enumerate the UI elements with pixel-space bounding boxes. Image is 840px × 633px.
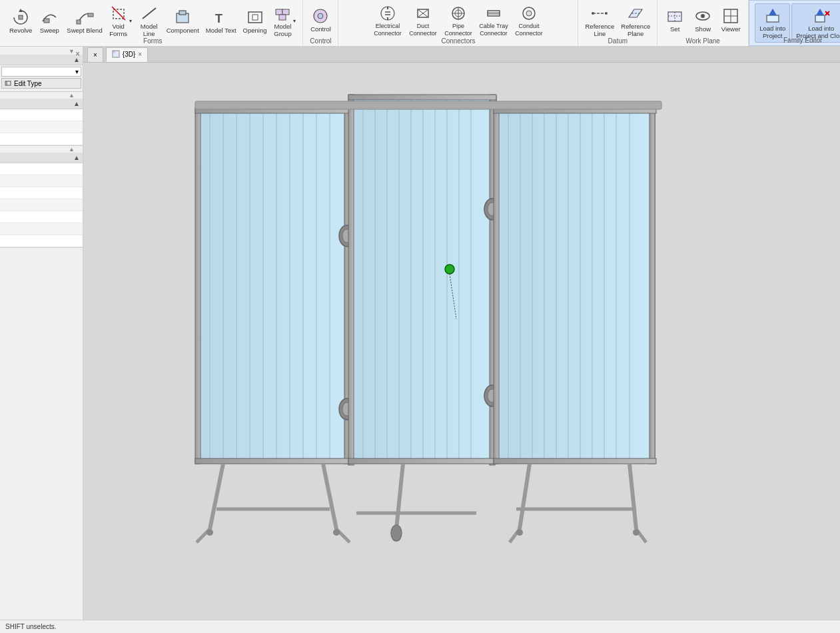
svg-rect-4 xyxy=(88,13,93,17)
svg-rect-87 xyxy=(348,95,354,465)
svg-rect-108 xyxy=(649,108,655,464)
control-button[interactable]: Control xyxy=(307,5,334,34)
toolbar-group-family-editor: Load intoProject Load intoProject and Cl… xyxy=(749,0,840,46)
panel-rows-section1: ▲ xyxy=(0,99,83,146)
toolbar-group-forms: Revolve Sweep xyxy=(3,0,303,46)
reference-plane-button[interactable]: ReferencePlane xyxy=(618,3,653,39)
panel-row-5 xyxy=(0,175,83,187)
svg-line-121 xyxy=(520,464,530,529)
tab-close-all[interactable]: × xyxy=(87,47,103,62)
model-group-icon xyxy=(273,4,292,23)
duct-connector-button[interactable]: DuctConnector xyxy=(406,3,440,39)
viewport: × {3D} × xyxy=(83,47,840,620)
swept-blend-label: Swept Blend xyxy=(67,27,102,34)
panel-rows-arrow1[interactable]: ▲ xyxy=(73,100,80,107)
void-forms-button[interactable]: VoidForms ▾ xyxy=(107,3,135,39)
svg-point-123 xyxy=(516,529,523,536)
reference-line-button[interactable]: ReferenceLine xyxy=(582,3,617,39)
svg-line-6 xyxy=(112,7,125,20)
control-group-label: Control xyxy=(310,37,331,45)
set-button[interactable]: Set xyxy=(661,5,688,34)
show-icon xyxy=(693,7,712,25)
model-line-button[interactable]: ModelLine xyxy=(136,3,163,39)
main-toolbar: Revolve Sweep xyxy=(0,0,840,47)
svg-rect-110 xyxy=(494,458,656,464)
swept-blend-icon xyxy=(75,8,94,27)
electrical-connector-button[interactable]: ElectricalConnector xyxy=(370,3,405,39)
load-into-project-label: Load intoProject xyxy=(759,25,785,40)
properties-content: ▾ Edit Type xyxy=(0,65,83,91)
reference-plane-label: ReferencePlane xyxy=(621,23,650,38)
control-label: Control xyxy=(310,25,331,33)
viewer-label: Viewer xyxy=(721,25,741,33)
edit-type-button[interactable]: Edit Type xyxy=(1,78,81,89)
cable-tray-connector-button[interactable]: Cable TrayConnector xyxy=(476,3,511,39)
panel-rows-section2: ▲ xyxy=(0,153,83,248)
type-selector-row: ▾ xyxy=(1,67,81,77)
svg-marker-50 xyxy=(816,9,824,15)
svg-rect-30 xyxy=(488,11,500,16)
panel-scroll-mid2: ▲ xyxy=(0,146,83,153)
model-text-icon: T xyxy=(212,8,230,27)
edit-type-icon xyxy=(5,79,13,87)
properties-section: ▲ ▾ Edit Type xyxy=(0,55,83,92)
revolve-icon xyxy=(11,8,30,27)
model-group-button[interactable]: ModelGroup ▾ xyxy=(270,3,298,39)
component-button[interactable]: Component xyxy=(164,7,202,35)
svg-point-34 xyxy=(526,11,532,16)
work-plane-group-label: Work Plane xyxy=(685,37,720,45)
model-text-button[interactable]: T Model Text xyxy=(203,7,239,35)
svg-line-111 xyxy=(210,464,223,529)
svg-rect-13 xyxy=(276,9,282,15)
electrical-connector-icon xyxy=(378,4,397,23)
panel-scroll-mid1: ▲ xyxy=(0,92,83,99)
close-all-icon: × xyxy=(93,51,97,59)
svg-rect-49 xyxy=(815,15,825,22)
main-area: × ▼ ▲ ▾ xyxy=(0,47,840,620)
viewport-tab-bar: × {3D} × xyxy=(83,47,840,63)
toolbar-group-work-plane: Set Show Vi xyxy=(657,0,749,46)
viewport-canvas[interactable] xyxy=(83,63,840,620)
revolve-button[interactable]: Revolve xyxy=(7,7,35,35)
panel-row-2 xyxy=(0,121,83,133)
tab-3d-icon xyxy=(112,50,120,59)
panel-close-button[interactable]: × xyxy=(75,49,80,59)
void-forms-arrow[interactable]: ▾ xyxy=(128,18,132,24)
panel-row-9 xyxy=(0,223,83,235)
tab-3d-view[interactable]: {3D} × xyxy=(106,47,148,62)
component-icon xyxy=(173,8,192,27)
duct-connector-label: DuctConnector xyxy=(409,23,437,37)
sweep-label: Sweep xyxy=(40,27,59,34)
svg-rect-47 xyxy=(767,15,779,22)
connectors-group-label: Connectors xyxy=(441,37,475,45)
show-button[interactable]: Show xyxy=(689,5,716,34)
model-group-arrow[interactable]: ▾ xyxy=(292,18,296,24)
swept-blend-button[interactable]: Swept Blend xyxy=(64,7,105,35)
panel-row-1 xyxy=(0,109,83,121)
pipe-connector-icon xyxy=(449,4,468,23)
conduit-connector-button[interactable]: ConduitConnector xyxy=(512,3,546,39)
opening-label: Opening xyxy=(243,27,267,34)
svg-rect-89 xyxy=(348,95,496,100)
tab-3d-close[interactable]: × xyxy=(138,51,142,58)
sweep-button[interactable]: Sweep xyxy=(36,7,63,35)
edit-type-label: Edit Type xyxy=(14,80,42,87)
opening-button[interactable]: Opening xyxy=(240,7,270,35)
panel-rows-content1 xyxy=(0,109,83,145)
void-forms-label: VoidForms xyxy=(109,23,127,38)
panel-rows-arrow2[interactable]: ▲ xyxy=(73,154,80,161)
type-dropdown-arrow[interactable]: ▾ xyxy=(75,68,79,75)
svg-rect-2 xyxy=(44,19,49,23)
svg-rect-15 xyxy=(279,15,286,20)
svg-line-118 xyxy=(396,464,403,529)
set-icon xyxy=(665,7,684,25)
viewer-button[interactable]: Viewer xyxy=(717,5,744,34)
control-icon xyxy=(311,7,330,25)
void-forms-icon xyxy=(109,4,128,23)
svg-rect-68 xyxy=(195,108,201,464)
pipe-connector-button[interactable]: PipeConnector xyxy=(441,3,476,39)
cable-tray-connector-icon xyxy=(484,4,503,23)
component-label: Component xyxy=(167,27,199,34)
type-dropdown[interactable]: ▾ xyxy=(1,67,81,77)
electrical-connector-label: ElectricalConnector xyxy=(374,23,402,37)
